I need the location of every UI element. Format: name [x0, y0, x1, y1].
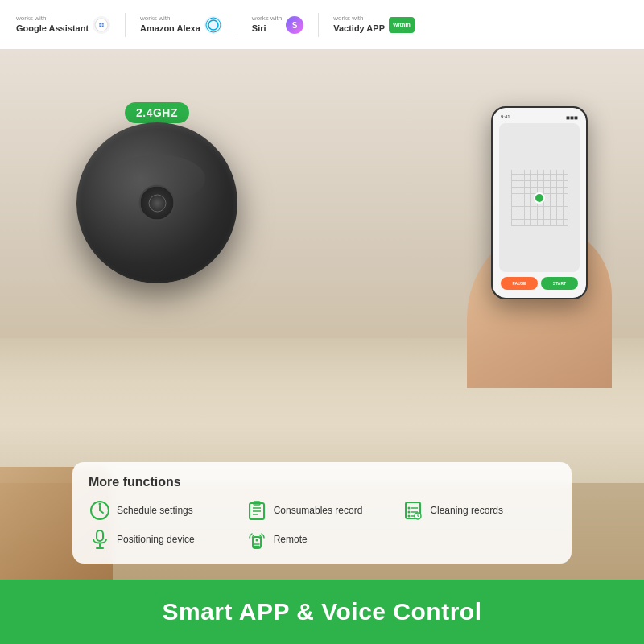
- phone-map-area: [499, 123, 580, 272]
- svg-text:S: S: [292, 21, 298, 30]
- phone-screen: 9:41 ◼◼◼ PAUSE START: [493, 108, 586, 298]
- phone-pause-btn[interactable]: PAUSE: [501, 277, 538, 290]
- bottom-bar: Smart APP & Voice Control: [0, 580, 644, 644]
- svg-point-16: [408, 507, 411, 510]
- svg-point-9: [99, 503, 101, 506]
- bottom-title: Smart APP & Voice Control: [162, 598, 481, 625]
- compat-vactidy: works with Vactidy APP within: [333, 15, 415, 34]
- functions-title: More functions: [89, 475, 555, 489]
- function-positioning: Positioning device: [89, 528, 242, 551]
- divider-3: [318, 13, 319, 37]
- consumables-label: Consumables record: [274, 505, 363, 516]
- schedule-icon: [89, 499, 111, 522]
- compat-google: works with Google Assistant: [16, 15, 110, 34]
- positioning-label: Positioning device: [117, 534, 195, 545]
- wifi-badge: 2.4GHZ: [125, 102, 189, 123]
- robot-position-dot: [534, 192, 545, 204]
- divider-2: [237, 13, 237, 37]
- siri-icon: S: [286, 16, 303, 34]
- page-wrapper: works with Google Assistant works with A…: [0, 0, 644, 644]
- alexa-icon: [204, 16, 222, 34]
- function-consumables: Consumables record: [246, 499, 399, 522]
- map-grid: [511, 170, 568, 226]
- positioning-icon: [89, 528, 111, 551]
- alexa-brand: Amazon Alexa: [140, 23, 200, 34]
- robot-body: [76, 122, 237, 283]
- phone-buttons-row: PAUSE START: [499, 275, 580, 291]
- robot-vacuum: [76, 122, 246, 267]
- robot-sensor: [139, 185, 175, 221]
- google-brand: Google Assistant: [16, 23, 89, 34]
- phone-device: 9:41 ◼◼◼ PAUSE START: [491, 106, 588, 299]
- vactidy-icon: within: [389, 17, 415, 33]
- consumables-icon: [246, 499, 268, 522]
- phone-area: 9:41 ◼◼◼ PAUSE START: [443, 98, 620, 388]
- cleaning-records-label: Cleaning records: [430, 505, 503, 516]
- remote-icon: [246, 528, 268, 551]
- functions-grid: Schedule settings Consumables record: [89, 499, 555, 551]
- phone-start-btn[interactable]: START: [541, 277, 578, 290]
- functions-panel: More functions Schedule settings: [72, 462, 572, 564]
- remote-label: Remote: [274, 534, 308, 545]
- vactidy-brand: Vactidy APP: [333, 23, 385, 34]
- function-schedule: Schedule settings: [89, 499, 242, 522]
- works-with-label-4: works with: [333, 15, 385, 23]
- works-with-label: works with: [16, 15, 89, 23]
- svg-point-18: [408, 511, 411, 514]
- works-with-label-3: works with: [252, 15, 282, 23]
- siri-brand: Siri: [252, 23, 282, 34]
- phone-time: 9:41: [501, 114, 510, 120]
- function-remote: Remote: [246, 528, 399, 551]
- works-with-label-2: works with: [140, 15, 200, 23]
- compat-bar: works with Google Assistant works with A…: [0, 0, 644, 50]
- phone-signal: ◼◼◼: [566, 114, 578, 120]
- google-icon: [93, 16, 110, 34]
- phone-status-bar: 9:41 ◼◼◼: [499, 114, 580, 120]
- divider-1: [125, 13, 126, 37]
- function-cleaning-records: Cleaning records: [402, 499, 555, 522]
- svg-point-29: [255, 539, 258, 542]
- compat-siri: works with Siri S: [252, 15, 303, 34]
- schedule-label: Schedule settings: [117, 505, 193, 516]
- svg-rect-25: [97, 530, 103, 541]
- svg-point-20: [408, 515, 411, 518]
- cleaning-records-icon: [402, 499, 424, 522]
- svg-line-8: [100, 510, 103, 513]
- main-image-area: 2.4GHZ 9:41 ◼◼◼: [0, 50, 644, 580]
- compat-alexa: works with Amazon Alexa: [140, 15, 222, 34]
